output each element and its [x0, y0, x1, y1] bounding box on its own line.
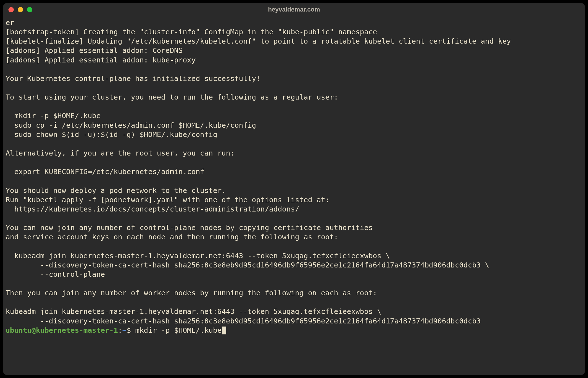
prompt-user-host: ubuntu@kubernetes-master-1 [6, 326, 118, 334]
prompt-colon: : [118, 326, 122, 334]
zoom-icon[interactable] [27, 7, 32, 12]
command-input[interactable]: mkdir -p $HOME/.kube [135, 326, 222, 334]
window-title: heyvaldemar.com [3, 6, 585, 13]
terminal-output: er [bootstrap-token] Creating the "clust… [6, 18, 511, 325]
prompt-path: ~ [122, 326, 127, 334]
cursor-icon [222, 327, 226, 334]
terminal-viewport[interactable]: er [bootstrap-token] Creating the "clust… [3, 16, 585, 375]
prompt-dollar: $ [127, 326, 135, 334]
minimize-icon[interactable] [18, 7, 23, 12]
close-icon[interactable] [8, 7, 14, 12]
terminal-window: heyvaldemar.com er [bootstrap-token] Cre… [3, 3, 585, 375]
window-titlebar[interactable]: heyvaldemar.com [3, 3, 585, 16]
traffic-lights [8, 7, 32, 12]
